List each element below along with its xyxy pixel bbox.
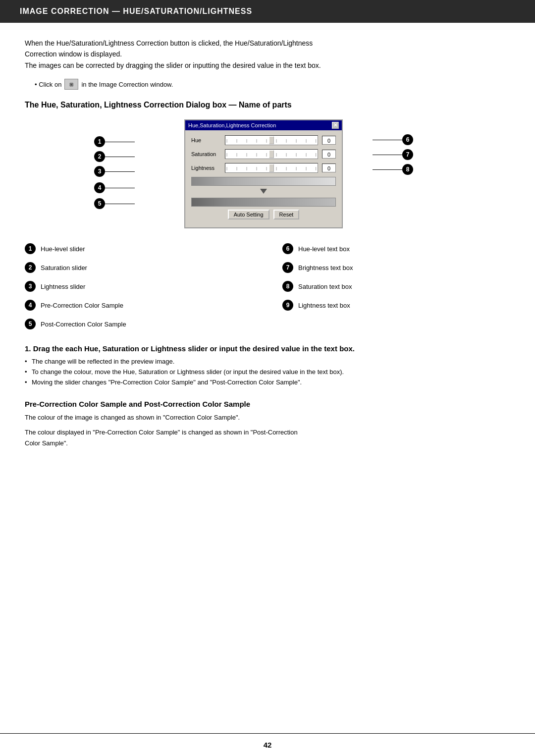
left-label-5: 5: [94, 197, 135, 211]
page: IMAGE CORRECTION — HUE/SATURATION/LIGHTN…: [0, 0, 535, 756]
click-note-text: • Click on: [35, 81, 61, 88]
lightness-textbox[interactable]: 0: [322, 163, 336, 172]
hue-slider-thumb[interactable]: [269, 136, 274, 144]
part-num-3: 3: [25, 281, 36, 292]
parts-col-right: 6 Hue-level text box 7 Brightness text b…: [282, 243, 510, 329]
part-num-5: 5: [25, 319, 36, 329]
reset-button[interactable]: Reset: [273, 210, 300, 219]
part-item-3: 3 Lightness slider: [25, 281, 253, 292]
part-item-6: 6 Hue-level text box: [282, 243, 510, 254]
part-label-5: Post-Correction Color Sample: [41, 321, 126, 328]
left-label-1: 1: [94, 134, 135, 149]
right-label-7: 7: [373, 147, 413, 162]
connector-6: [373, 140, 402, 140]
page-header: IMAGE CORRECTION — HUE/SATURATION/LIGHTN…: [0, 0, 535, 23]
intro-line1: When the Hue/Saturation/Lightness Correc…: [25, 39, 313, 47]
num-7: 7: [402, 149, 413, 160]
part-label-7: Brightness text box: [298, 264, 353, 271]
part-label-3: Lightness slider: [41, 283, 85, 290]
hue-slider-row: Hue |||||||||| 0: [191, 135, 336, 145]
num-6: 6: [402, 134, 413, 145]
subsection-line2b: Color Sample".: [25, 439, 68, 447]
part-item-8: 8 Saturation text box: [282, 281, 510, 292]
intro-line3: The images can be corrected by dragging …: [25, 61, 321, 69]
part-num-2: 2: [25, 262, 36, 273]
dialog-titlebar: Hue,Saturation,Lightness Correction ✕: [185, 120, 342, 130]
num-3: 3: [94, 166, 105, 177]
subsection-line2: The colour displayed in "Pre-Correction …: [25, 427, 510, 449]
saturation-textbox[interactable]: 0: [322, 150, 336, 159]
part-item-4: 4 Pre-Correction Color Sample: [25, 300, 253, 311]
color-sample-section: [191, 177, 336, 207]
parts-col-left: 1 Hue-level slider 2 Saturation slider 3…: [25, 243, 253, 329]
saturation-slider-row: Saturation |||||||||| 0: [191, 149, 336, 159]
page-content: When the Hue/Saturation/Lightness Correc…: [0, 23, 535, 733]
dialog-title: Hue,Saturation,Lightness Correction: [188, 122, 276, 128]
part-num-1: 1: [25, 243, 36, 254]
connector-7: [373, 155, 402, 155]
section-title: The Hue, Saturation, Lightness Correctio…: [25, 101, 510, 109]
arrow-down-icon: [260, 189, 267, 194]
part-num-8: 8: [282, 281, 293, 292]
parts-list: 1 Hue-level slider 2 Saturation slider 3…: [25, 243, 510, 329]
saturation-label: Saturation: [191, 151, 221, 157]
left-label-3: 3: [94, 164, 135, 179]
num-8: 8: [402, 164, 413, 175]
saturation-slider-track[interactable]: ||||||||||: [225, 149, 318, 159]
part-num-6: 6: [282, 243, 293, 254]
lightness-label: Lightness: [191, 165, 221, 171]
part-label-8: Saturation text box: [298, 283, 352, 290]
step-1-bullet-1: The change will be reflected in the prev…: [25, 357, 510, 367]
part-label-6: Hue-level text box: [298, 245, 350, 253]
subsection: Pre-Correction Color Sample and Post-Cor…: [25, 400, 510, 449]
connector-1: [105, 142, 135, 142]
lightness-slider-row: Lightness |||||||||| 0: [191, 163, 336, 173]
subsection-line2a: The colour displayed in "Pre-Correction …: [25, 429, 298, 436]
part-item-9: 9 Lightness text box: [282, 300, 510, 311]
part-item-7: 7 Brightness text box: [282, 262, 510, 273]
part-num-9: 9: [282, 300, 293, 311]
connector-2: [105, 157, 135, 157]
subsection-line1: The colour of the image is changed as sh…: [25, 412, 510, 423]
click-note: • Click on ⊞ in the Image Correction win…: [35, 79, 510, 90]
dialog-box: Hue,Saturation,Lightness Correction ✕ Hu…: [184, 119, 343, 228]
step-1: 1. Drag the each Hue, Saturation or Ligh…: [25, 344, 510, 387]
hue-textbox[interactable]: 0: [322, 136, 336, 145]
part-item-1: 1 Hue-level slider: [25, 243, 253, 254]
right-label-8: 8: [373, 162, 413, 177]
diagram-inner: 1 2 3 4 5: [94, 119, 441, 228]
toolbar-icon: ⊞: [64, 79, 78, 90]
lightness-slider-thumb[interactable]: [269, 164, 274, 172]
dialog-body: Hue |||||||||| 0 Saturation: [185, 130, 342, 223]
connector-5: [105, 204, 135, 204]
num-5: 5: [94, 198, 105, 209]
part-label-4: Pre-Correction Color Sample: [41, 302, 123, 309]
saturation-slider-thumb[interactable]: [269, 150, 274, 158]
dialog-close-button[interactable]: ✕: [332, 122, 339, 129]
arrow-down-container: [191, 188, 336, 196]
step-1-bullet-3: Moving the slider changes "Pre-Correctio…: [25, 378, 510, 388]
right-label-6: 6: [373, 132, 413, 147]
step-1-bullets: The change will be reflected in the prev…: [25, 357, 510, 387]
page-footer: 42: [0, 733, 535, 756]
auto-setting-button[interactable]: Auto Setting: [228, 210, 269, 219]
lightness-slider-track[interactable]: ||||||||||: [225, 163, 318, 173]
pre-correction-bar: [191, 177, 336, 186]
click-note-text2: in the Image Correction window.: [81, 81, 173, 88]
connector-4: [105, 188, 135, 188]
connector-8: [373, 169, 402, 170]
num-4: 4: [94, 182, 105, 193]
part-item-2: 2 Saturation slider: [25, 262, 253, 273]
part-label-2: Saturation slider: [41, 264, 87, 271]
diagram-container: 1 2 3 4 5: [94, 119, 441, 228]
part-num-4: 4: [25, 300, 36, 311]
hue-slider-track[interactable]: ||||||||||: [225, 135, 318, 145]
part-item-5: 5 Post-Correction Color Sample: [25, 319, 253, 329]
num-2: 2: [94, 151, 105, 162]
left-labels: 1 2 3 4 5: [94, 119, 135, 211]
post-correction-bar: [191, 198, 336, 207]
part-label-1: Hue-level slider: [41, 245, 85, 253]
step-1-bullet-2: To change the colour, move the Hue, Satu…: [25, 367, 510, 378]
step-1-title: 1. Drag the each Hue, Saturation or Ligh…: [25, 344, 510, 353]
header-title: IMAGE CORRECTION — HUE/SATURATION/LIGHTN…: [20, 7, 252, 15]
